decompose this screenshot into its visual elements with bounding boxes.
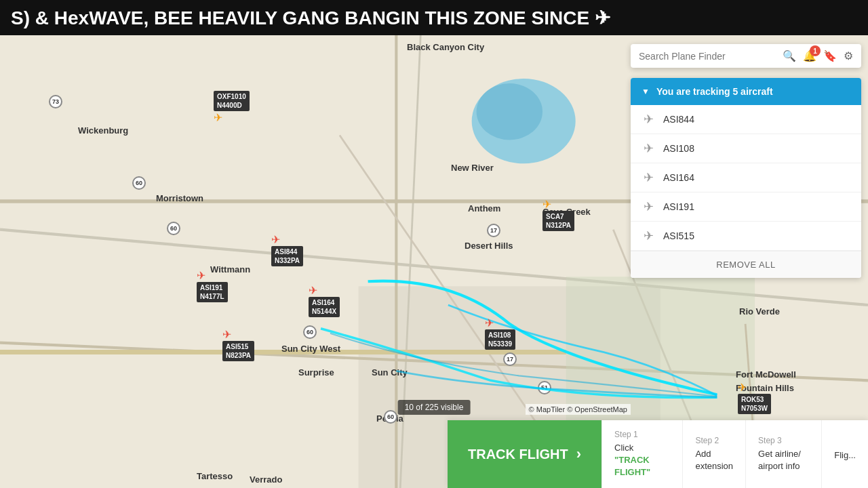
flight-label-asi164: ASI164 (663, 172, 694, 183)
step-2-block: Step 2 Add extension (682, 420, 745, 488)
flight-item-asi515[interactable]: ✈ ASI515 (631, 222, 861, 251)
track-flight-button[interactable]: TRACK FLIGHT › (448, 420, 601, 488)
track-flight-arrow: › (576, 445, 581, 463)
step-3-label: Step 3 (758, 436, 809, 445)
aircraft-icon-oxf1010: ✈ (214, 111, 222, 124)
step-2-label: Step 2 (695, 436, 733, 445)
highway-shield-17b: 17 (503, 352, 517, 366)
bookmark-icon[interactable]: 🔖 (823, 49, 837, 62)
svg-point-6 (477, 83, 542, 140)
notifications-icon[interactable]: 🔔 1 (803, 49, 816, 62)
aircraft-tag-asi515: ASI515N823PA (222, 341, 254, 361)
tracking-header[interactable]: ▼ You are tracking 5 aircraft (631, 78, 861, 105)
step-2-text: Add extension (695, 448, 733, 472)
highway-shield-60c: 60 (303, 325, 317, 339)
aircraft-asi191[interactable]: ✈ ASI191N4177L (197, 269, 228, 302)
flight-icon-asi515: ✈ (642, 228, 655, 243)
highway-shield-60b: 60 (167, 222, 180, 235)
aircraft-asi515[interactable]: ✈ ASI515N823PA (222, 328, 254, 361)
search-icons: 🔍 🔔 1 🔖 ⚙ (783, 49, 853, 62)
tracking-header-text: You are tracking 5 aircraft (656, 86, 773, 97)
step-4-block: Flig... (821, 420, 868, 488)
notification-badge: 1 (810, 45, 821, 56)
map-attribution: © MapTiler © OpenStreetMap (526, 404, 631, 415)
highway-shield-60d: 60 (384, 410, 397, 424)
chevron-icon: ▼ (642, 87, 650, 96)
aircraft-sca7[interactable]: ✈ SCA7N312PA (542, 198, 574, 231)
step-4-text: Flig... (834, 449, 856, 462)
visible-count-badge: 10 of 225 visible (398, 400, 471, 415)
aircraft-tag-rok53: ROK53N7053W (738, 394, 771, 414)
flight-item-asi844[interactable]: ✈ ASI844 (631, 105, 861, 134)
highway-shield-17: 17 (487, 224, 500, 237)
aircraft-icon-rok53: ✈ (738, 381, 747, 394)
flight-label-asi844: ASI844 (663, 114, 694, 125)
flight-item-asi108[interactable]: ✈ ASI108 (631, 134, 861, 163)
step-1-text: Click "TRACK FLIGHT" (614, 442, 670, 479)
remove-all-button[interactable]: REMOVE ALL (631, 251, 861, 278)
aircraft-oxf1010[interactable]: OXF1010N4400D ✈ (214, 91, 250, 124)
search-input[interactable] (639, 51, 783, 62)
flight-icon-asi108: ✈ (642, 141, 655, 156)
track-flight-label: TRACK FLIGHT (468, 447, 568, 462)
aircraft-tag-asi191: ASI191N4177L (197, 282, 228, 302)
aircraft-tag-oxf1010: OXF1010N4400D (214, 91, 250, 111)
highway-shield-73: 73 (49, 95, 62, 108)
flight-item-asi164[interactable]: ✈ ASI164 (631, 163, 861, 192)
step-3-text: Get airline/ airport info (758, 448, 809, 472)
search-bar[interactable]: 🔍 🔔 1 🔖 ⚙ (631, 44, 861, 68)
banner-text: S) & HexWAVE, BEE HEAVILY GANG BANGIN TH… (11, 7, 610, 29)
flight-icon-asi164: ✈ (642, 170, 655, 185)
aircraft-tag-asi108: ASI108N53339 (485, 329, 515, 350)
aircraft-icon-asi844: ✈ (271, 233, 280, 246)
highway-shield-60a: 60 (132, 176, 146, 190)
aircraft-icon-asi191: ✈ (197, 269, 205, 282)
aircraft-asi164[interactable]: ✈ ASI164N5144X (309, 284, 340, 317)
aircraft-icon-asi515: ✈ (222, 328, 231, 341)
aircraft-tag-asi844: ASI844N332PA (271, 246, 303, 266)
highway-shield-51: 51 (538, 381, 551, 394)
aircraft-asi844[interactable]: ✈ ASI844N332PA (271, 233, 303, 266)
aircraft-icon-sca7: ✈ (542, 198, 551, 211)
aircraft-rok53[interactable]: ✈ ROK53N7053W (738, 381, 771, 414)
flight-label-asi191: ASI191 (663, 201, 694, 212)
flight-label-asi108: ASI108 (663, 143, 694, 154)
flight-item-asi191[interactable]: ✈ ASI191 (631, 192, 861, 222)
flight-icon-asi844: ✈ (642, 112, 655, 127)
aircraft-icon-asi164: ✈ (309, 284, 317, 297)
search-icon[interactable]: 🔍 (783, 49, 796, 62)
top-banner: S) & HexWAVE, BEE HEAVILY GANG BANGIN TH… (0, 0, 868, 35)
aircraft-tag-sca7: SCA7N312PA (542, 211, 574, 231)
step-1-label: Step 1 (614, 430, 670, 439)
aircraft-asi108[interactable]: ✈ ASI108N53339 (485, 317, 515, 350)
settings-icon[interactable]: ⚙ (844, 49, 853, 62)
flight-icon-asi191: ✈ (642, 199, 655, 214)
bottom-bar: TRACK FLIGHT › Step 1 Click "TRACK FLIGH… (448, 420, 868, 488)
aircraft-tag-asi164: ASI164N5144X (309, 297, 340, 317)
step-1-highlight: "TRACK FLIGHT" (614, 455, 650, 477)
aircraft-icon-asi108: ✈ (485, 317, 494, 329)
step-3-block: Step 3 Get airline/ airport info (745, 420, 821, 488)
flight-label-asi515: ASI515 (663, 230, 694, 241)
step-1-block: Step 1 Click "TRACK FLIGHT" (601, 420, 682, 488)
tracking-sidebar: ▼ You are tracking 5 aircraft ✈ ASI844 ✈… (631, 78, 861, 278)
